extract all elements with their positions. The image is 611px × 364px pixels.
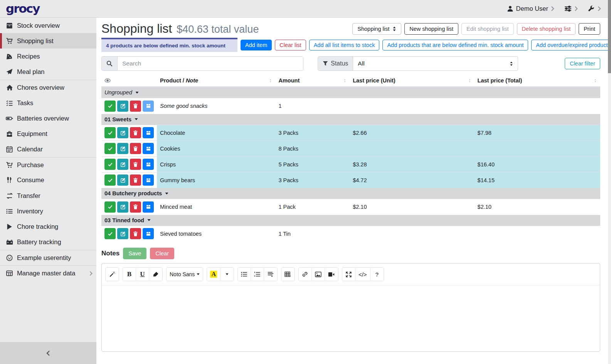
delete-item-button[interactable] <box>130 201 141 213</box>
add-to-stock-button[interactable] <box>143 201 154 213</box>
insert-image-button[interactable] <box>312 268 325 281</box>
sidebar-item-calendar[interactable]: Calendar <box>0 142 96 157</box>
sidebar-item-inventory[interactable]: Inventory <box>0 203 96 219</box>
group-row[interactable]: 04 Butchery products <box>101 188 600 199</box>
code-view-button[interactable]: </> <box>355 268 370 281</box>
sidebar-item-equipment[interactable]: Equipment <box>0 126 96 141</box>
sidebar-item-tasks[interactable]: Tasks <box>0 95 96 111</box>
mark-done-button[interactable] <box>104 101 116 112</box>
mark-done-button[interactable] <box>104 201 116 213</box>
print-button[interactable]: Print <box>579 23 600 35</box>
admin-menu[interactable] <box>588 5 601 12</box>
total-price-value <box>475 98 600 114</box>
underline-button[interactable]: U <box>136 268 149 281</box>
sidebar-item-shopping-list[interactable]: Shopping list <box>0 33 96 49</box>
unit-price-value: $2.10 <box>350 199 474 215</box>
sidebar-item-stock-overview[interactable]: Stock overview <box>0 18 96 33</box>
column-header-product[interactable]: Product / Note <box>157 75 275 87</box>
group-row[interactable]: 01 Sweets <box>101 114 600 125</box>
edit-shopping-list-button[interactable]: Edit shopping list <box>461 23 514 35</box>
font-color-button[interactable]: A <box>207 268 220 281</box>
sidebar-item-transfer[interactable]: Transfer <box>0 188 96 203</box>
column-header-amount[interactable]: Amount <box>275 75 350 87</box>
delete-shopping-list-button[interactable]: Delete shopping list <box>517 23 576 35</box>
search-input[interactable] <box>118 57 303 70</box>
add-to-stock-button[interactable] <box>143 159 154 170</box>
delete-item-button[interactable] <box>130 143 141 154</box>
column-visibility-header[interactable] <box>101 75 157 87</box>
delete-item-button[interactable] <box>130 127 141 138</box>
help-button[interactable]: ? <box>370 268 384 281</box>
edit-item-button[interactable] <box>117 159 128 170</box>
sidebar-item-chores-overview[interactable]: Chores overview <box>0 80 96 95</box>
delete-item-button[interactable] <box>130 228 141 239</box>
insert-video-button[interactable] <box>325 268 338 281</box>
clear-filter-button[interactable]: Clear filter <box>565 58 600 69</box>
mark-done-button[interactable] <box>104 143 116 154</box>
edit-item-button[interactable] <box>117 143 128 154</box>
mark-done-button[interactable] <box>104 228 116 239</box>
shopping-list-select[interactable]: Shopping list <box>352 23 401 35</box>
font-family-select[interactable]: Noto Sans <box>167 268 203 281</box>
notes-clear-button[interactable]: Clear <box>150 248 174 259</box>
add-to-stock-button[interactable] <box>143 174 154 186</box>
eraser-icon[interactable] <box>149 268 162 281</box>
ordered-list-button[interactable] <box>251 268 264 281</box>
notes-textarea[interactable] <box>102 285 600 351</box>
unordered-list-button[interactable] <box>238 268 251 281</box>
notes-save-button[interactable]: Save <box>123 248 146 259</box>
add-to-stock-button[interactable] <box>143 228 154 239</box>
user-menu[interactable]: Demo User <box>507 5 554 12</box>
fullscreen-button[interactable] <box>342 268 355 281</box>
edit-item-button[interactable] <box>117 174 128 186</box>
settings-menu[interactable] <box>564 5 578 12</box>
sidebar-item-recipes[interactable]: Recipes <box>0 49 96 64</box>
mark-done-button[interactable] <box>104 127 116 138</box>
sidebar-item-batteries-overview[interactable]: Batteries overview <box>0 111 96 126</box>
mark-done-button[interactable] <box>104 174 116 186</box>
page-scrollbar[interactable] <box>608 0 611 364</box>
sidebar-item-consume[interactable]: Consume <box>0 173 96 188</box>
sidebar-collapse-button[interactable] <box>0 342 96 364</box>
scrollbar-thumb[interactable] <box>608 0 611 73</box>
sidebar-item-manage-master-data[interactable]: Manage master data <box>0 265 96 281</box>
sort-icon <box>343 78 347 83</box>
note-header-text: Note <box>186 77 198 84</box>
new-shopping-list-button[interactable]: New shopping list <box>404 23 458 35</box>
sidebar-item-label: Transfer <box>17 192 40 200</box>
add-below-min-button[interactable]: Add products that are below defined min.… <box>382 40 528 50</box>
column-header-unit-price[interactable]: Last price (Unit) <box>350 75 474 87</box>
add-overdue-button[interactable]: Add overdue/expired products <box>531 40 611 50</box>
group-row[interactable]: Ungrouped <box>101 87 600 98</box>
add-to-stock-button[interactable] <box>143 101 154 112</box>
group-row[interactable]: 03 Tinned food <box>101 215 600 226</box>
sidebar-item-chore-tracking[interactable]: Chore tracking <box>0 219 96 234</box>
sidebar-item-battery-tracking[interactable]: Battery tracking <box>0 235 96 250</box>
delete-item-button[interactable] <box>130 101 141 112</box>
magic-style-button[interactable] <box>106 268 119 281</box>
add-all-to-stock-button[interactable]: Add all list items to stock <box>309 40 380 50</box>
delete-item-button[interactable] <box>130 174 141 186</box>
insert-table-button[interactable] <box>281 268 295 281</box>
sidebar-item-meal-plan[interactable]: Meal plan <box>0 64 96 80</box>
edit-item-button[interactable] <box>117 201 128 213</box>
add-item-button[interactable]: Add item <box>241 40 272 50</box>
status-select[interactable]: All <box>353 57 518 70</box>
caret-down-icon <box>165 192 168 195</box>
edit-item-button[interactable] <box>117 127 128 138</box>
edit-item-button[interactable] <box>117 228 128 239</box>
mark-done-button[interactable] <box>104 159 116 170</box>
insert-link-button[interactable] <box>299 268 312 281</box>
add-to-stock-button[interactable] <box>143 127 154 138</box>
clear-list-button[interactable]: Clear list <box>275 40 306 50</box>
sidebar-item-purchase[interactable]: Purchase <box>0 157 96 173</box>
delete-item-button[interactable] <box>130 159 141 170</box>
paragraph-style-button[interactable] <box>264 268 277 281</box>
add-to-stock-button[interactable] <box>143 143 154 154</box>
sidebar-item-example-userentity[interactable]: Example userentity <box>0 250 96 265</box>
column-header-total-price[interactable]: Last price (Total) <box>475 75 600 87</box>
grocy-logo[interactable]: grocy <box>6 3 39 15</box>
edit-item-button[interactable] <box>117 101 128 112</box>
font-color-dropdown[interactable] <box>220 268 234 281</box>
bold-button[interactable]: B <box>123 268 136 281</box>
